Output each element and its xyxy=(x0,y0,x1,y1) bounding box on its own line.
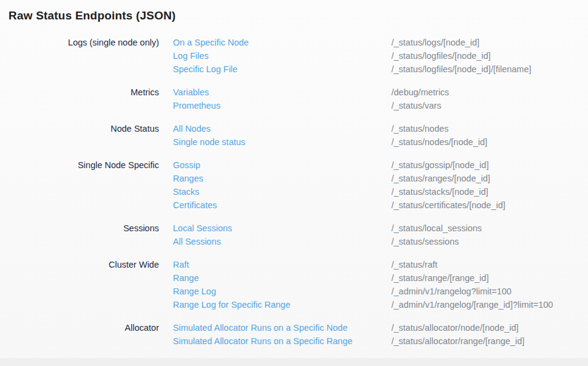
endpoint-section-row: Cluster Wide RaftRangeRange LogRange Log… xyxy=(0,258,588,311)
endpoint-section-row: Metrics VariablesPrometheus /debug/metri… xyxy=(0,86,588,112)
links-column: Simulated Allocator Runs on a Specific N… xyxy=(173,321,377,348)
endpoint-link[interactable]: Local Sessions xyxy=(173,222,232,235)
links-column: All NodesSingle node status xyxy=(173,122,377,149)
endpoint-path: /_admin/v1/rangelog/[range_id]?limit=100 xyxy=(391,298,553,311)
endpoint-path: /_status/logfiles/[node_id] xyxy=(391,49,491,63)
category-label: Logs (single node only) xyxy=(0,36,159,76)
category-label: Allocator xyxy=(0,321,159,348)
endpoint-link[interactable]: Range xyxy=(173,271,199,285)
category-label: Cluster Wide xyxy=(0,258,159,311)
paths-column: /_status/allocator/node/[node_id]/_statu… xyxy=(391,321,524,348)
endpoint-path: /_status/nodes/[node_id] xyxy=(391,135,487,149)
endpoint-link[interactable]: Gossip xyxy=(173,158,200,172)
endpoint-path: /_status/logs/[node_id] xyxy=(391,36,479,49)
paths-column: /_status/raft/_status/range/[range_id]/_… xyxy=(391,258,553,311)
endpoint-section-row: Sessions Local SessionsAll Sessions /_st… xyxy=(0,222,588,248)
page-title: Raw Status Endpoints (JSON) xyxy=(8,9,588,22)
endpoint-link[interactable]: Raft xyxy=(173,258,189,271)
endpoint-link[interactable]: Simulated Allocator Runs on a Specific N… xyxy=(173,321,348,334)
endpoint-path: /_status/certificates/[node_id] xyxy=(391,198,505,212)
paths-column: /debug/metrics/_status/vars xyxy=(391,86,449,112)
endpoint-section-row: Allocator Simulated Allocator Runs on a … xyxy=(0,321,588,348)
endpoint-path: /debug/metrics xyxy=(391,86,449,99)
paths-column: /_status/nodes/_status/nodes/[node_id] xyxy=(391,122,487,149)
endpoint-link[interactable]: Ranges xyxy=(173,172,203,185)
endpoint-path: /_status/allocator/node/[node_id] xyxy=(391,321,519,334)
category-label: Node Status xyxy=(0,122,159,149)
paths-column: /_status/local_sessions/_status/sessions xyxy=(391,222,482,248)
endpoint-path: /_status/gossip/[node_id] xyxy=(391,158,488,172)
endpoint-path: /_status/nodes xyxy=(391,122,448,135)
endpoint-path: /_status/logfiles/[node_id]/[filename] xyxy=(391,63,532,76)
endpoint-link[interactable]: Prometheus xyxy=(173,99,220,112)
endpoint-section-row: Node Status All NodesSingle node status … xyxy=(0,122,588,149)
endpoint-path: /_admin/v1/rangelog?limit=100 xyxy=(391,285,512,298)
links-column: On a Specific NodeLog FilesSpecific Log … xyxy=(173,36,377,76)
endpoint-section-row: Logs (single node only) On a Specific No… xyxy=(0,36,588,76)
endpoint-link[interactable]: Range Log for Specific Range xyxy=(173,298,290,311)
endpoint-link[interactable]: All Sessions xyxy=(173,235,221,248)
endpoint-path: /_status/ranges/[node_id] xyxy=(391,172,490,185)
endpoint-sections: Logs (single node only) On a Specific No… xyxy=(0,36,588,348)
endpoint-link[interactable]: Certificates xyxy=(173,198,217,212)
endpoint-path: /_status/allocator/range/[range_id] xyxy=(391,334,524,348)
endpoint-link[interactable]: Simulated Allocator Runs on a Specific R… xyxy=(173,334,353,348)
paths-column: /_status/gossip/[node_id]/_status/ranges… xyxy=(391,158,505,212)
links-column: VariablesPrometheus xyxy=(173,86,377,112)
category-label: Single Node Specific xyxy=(0,158,159,212)
endpoint-link[interactable]: Variables xyxy=(173,86,209,99)
links-column: RaftRangeRange LogRange Log for Specific… xyxy=(173,258,377,311)
endpoint-link[interactable]: Specific Log File xyxy=(173,63,237,76)
endpoint-path: /_status/stacks/[node_id] xyxy=(391,185,488,198)
endpoint-link[interactable]: All Nodes xyxy=(173,122,211,135)
category-label: Metrics xyxy=(0,86,159,112)
links-column: GossipRangesStacksCertificates xyxy=(173,158,377,212)
paths-column: /_status/logs/[node_id]/_status/logfiles… xyxy=(391,36,532,76)
endpoint-link[interactable]: Single node status xyxy=(173,135,245,149)
endpoint-section-row: Single Node Specific GossipRangesStacksC… xyxy=(0,158,588,212)
footer-bar xyxy=(0,358,588,366)
category-label: Sessions xyxy=(0,222,159,248)
endpoint-link[interactable]: Range Log xyxy=(173,285,216,298)
endpoint-path: /_status/range/[range_id] xyxy=(391,271,488,285)
endpoint-path: /_status/raft xyxy=(391,258,438,271)
endpoint-link[interactable]: Log Files xyxy=(173,49,209,63)
links-column: Local SessionsAll Sessions xyxy=(173,222,377,248)
endpoint-path: /_status/sessions xyxy=(391,235,459,248)
endpoint-path: /_status/local_sessions xyxy=(391,222,482,235)
endpoint-link[interactable]: Stacks xyxy=(173,185,200,198)
endpoint-path: /_status/vars xyxy=(391,99,441,112)
endpoint-link[interactable]: On a Specific Node xyxy=(173,36,249,49)
